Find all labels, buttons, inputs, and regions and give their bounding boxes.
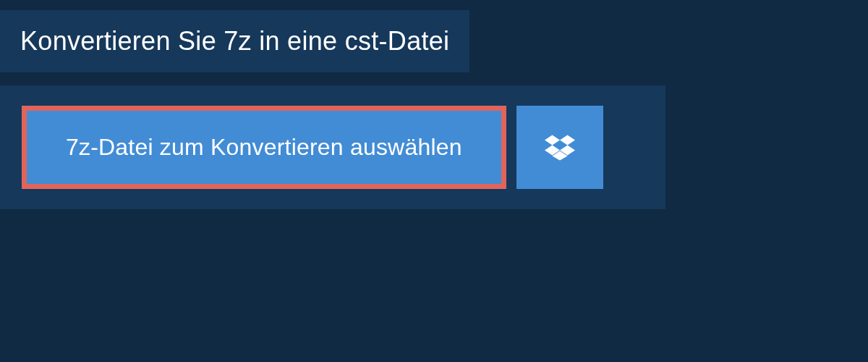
header-bar: Konvertieren Sie 7z in eine cst-Datei xyxy=(0,10,469,72)
page-title: Konvertieren Sie 7z in eine cst-Datei xyxy=(20,26,449,56)
button-row: 7z-Datei zum Konvertieren auswählen xyxy=(0,85,665,209)
dropbox-icon xyxy=(545,132,575,163)
select-file-highlight: 7z-Datei zum Konvertieren auswählen xyxy=(22,106,506,189)
dropbox-button[interactable] xyxy=(516,106,603,189)
select-file-button[interactable]: 7z-Datei zum Konvertieren auswählen xyxy=(27,111,501,184)
